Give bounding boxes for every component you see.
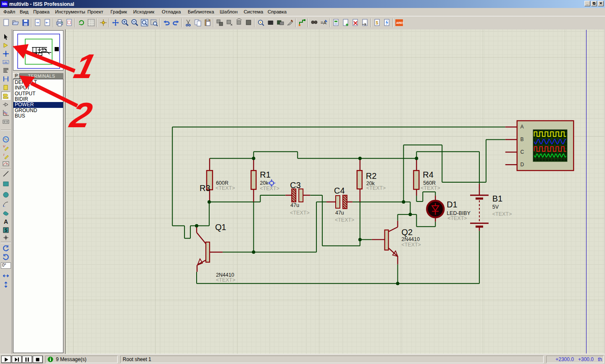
virtual-instrument-mode-button[interactable] (1, 160, 11, 168)
zoom-in-button[interactable] (120, 18, 130, 28)
box-2d-mode-button[interactable] (1, 180, 11, 188)
object-selector-list[interactable]: DEFAULTINPUTOUTPUTBIDIRPOWERGROUNDBUS (13, 79, 63, 353)
menu-11[interactable]: Справка (268, 9, 287, 14)
coordinate-display[interactable]: +2300.0 +300.0 th (546, 356, 604, 363)
flip-horizontal-button[interactable] (1, 272, 11, 280)
menu-0[interactable]: Файл (3, 9, 15, 14)
minimize-button[interactable]: _ (584, 1, 590, 6)
tape-recorder-mode-button[interactable] (1, 118, 11, 126)
subcircuit-mode-button[interactable] (1, 83, 11, 92)
led-D1[interactable] (427, 201, 444, 217)
menu-9[interactable]: Шаблон (220, 9, 238, 14)
zoom-all-button[interactable] (139, 18, 149, 28)
schematic-canvas[interactable]: ABCDR3600R<TEXT>R120k<TEXT>C347u<TEXT>C4… (66, 29, 604, 354)
selection-mode-button[interactable] (1, 33, 11, 41)
pick-devices-button[interactable]: P (13, 73, 20, 79)
goto-sheet-button[interactable] (360, 18, 370, 28)
terminal-option-power[interactable]: POWER (13, 102, 63, 107)
property-assign-button[interactable]: =A (319, 18, 329, 28)
voltage-probe-mode-button[interactable]: V (1, 144, 11, 152)
print-button[interactable] (55, 18, 64, 28)
block-delete-button[interactable] (244, 18, 253, 28)
overview-panel[interactable] (13, 30, 63, 71)
search-tag-button[interactable] (309, 18, 319, 28)
block-copy-button[interactable] (215, 18, 224, 28)
menu-4[interactable]: Проект (87, 9, 103, 14)
current-probe-mode-button[interactable]: I (1, 152, 11, 160)
menu-8[interactable]: Библиотека (188, 9, 214, 14)
refresh-button[interactable] (76, 18, 86, 28)
device-pin-mode-button[interactable] (1, 100, 11, 109)
line-2d-mode-button[interactable] (1, 170, 11, 178)
terminal-option-input[interactable]: INPUT (13, 85, 63, 91)
menu-5[interactable]: График (110, 9, 127, 14)
block-rotate-button[interactable] (234, 18, 244, 28)
buses-mode-button[interactable] (1, 75, 11, 83)
rotation-angle-input[interactable]: 0° (1, 262, 11, 269)
pause-simulation-button[interactable] (22, 356, 32, 363)
arc-2d-mode-button[interactable] (1, 200, 11, 209)
import-button[interactable] (33, 18, 42, 28)
menu-3[interactable]: Инструменты (55, 9, 85, 14)
terminal-option-bidir[interactable]: BIDIR (13, 97, 63, 102)
stop-simulation-button[interactable] (33, 356, 43, 363)
wire-autorouter-button[interactable] (297, 18, 307, 28)
electrical-check-button[interactable] (382, 18, 392, 28)
play-simulation-button[interactable] (1, 356, 11, 363)
mark-print-area-button[interactable] (64, 18, 74, 28)
terminal-option-output[interactable]: OUTPUT (13, 91, 63, 97)
resistor-R2[interactable] (357, 170, 362, 189)
new-sheet-button[interactable] (341, 18, 350, 28)
circle-2d-mode-button[interactable] (1, 191, 11, 199)
capacitor-C3-plate[interactable] (299, 189, 303, 202)
menu-7[interactable]: Отладка (162, 9, 181, 14)
rotate-cw-button[interactable] (1, 244, 11, 252)
packaging-button[interactable] (275, 18, 285, 28)
decompose-button[interactable] (285, 18, 295, 28)
transistor-bar-Q1[interactable] (206, 242, 210, 262)
path-2d-mode-button[interactable] (1, 209, 11, 217)
terminal-option-ground[interactable]: GROUND (13, 108, 63, 113)
zoom-out-button[interactable] (130, 18, 139, 28)
component-mode-button[interactable] (1, 41, 11, 50)
symbol-2d-mode-button[interactable]: S (1, 226, 11, 234)
remove-sheet-button[interactable] (350, 18, 360, 28)
copy-button[interactable] (193, 18, 203, 28)
sheet-indicator[interactable]: Root sheet 1 (120, 356, 544, 363)
redo-button[interactable] (171, 18, 181, 28)
step-simulation-button[interactable] (12, 356, 22, 363)
menu-1[interactable]: Вид (20, 9, 29, 14)
pick-part-button[interactable] (256, 18, 266, 28)
block-move-button[interactable] (224, 18, 234, 28)
close-button[interactable]: ✕ (598, 1, 604, 6)
menu-6[interactable]: Исходник (133, 9, 154, 14)
undo-button[interactable] (161, 18, 171, 28)
restore-button[interactable]: ⧉ (591, 1, 597, 6)
marker-2d-mode-button[interactable] (1, 233, 11, 242)
paste-button[interactable] (203, 18, 212, 28)
title-bar[interactable]: isis multivib - ISIS Professional _ ⧉ ✕ (0, 0, 605, 8)
terminal-mode-button[interactable] (1, 92, 11, 100)
resistor-R3[interactable] (207, 170, 213, 190)
capacitor-C3-plate[interactable] (292, 189, 296, 202)
junction-dot-mode-button[interactable] (1, 50, 11, 58)
open-button[interactable] (11, 18, 21, 28)
resistor-R4[interactable] (413, 170, 419, 189)
text-2d-mode-button[interactable]: A (1, 217, 11, 226)
save-button[interactable] (21, 18, 30, 28)
transistor-bar-Q2[interactable] (385, 230, 389, 250)
terminal-option-default[interactable]: DEFAULT (13, 80, 63, 85)
capacitor-C4-plate[interactable] (343, 195, 347, 209)
zoom-area-button[interactable] (149, 18, 159, 28)
make-device-button[interactable] (266, 18, 275, 28)
export-button[interactable] (42, 18, 52, 28)
toggle-grid-button[interactable] (86, 18, 96, 28)
terminal-option-bus[interactable]: BUS (13, 113, 63, 119)
generator-mode-button[interactable] (1, 135, 11, 144)
capacitor-C4-plate[interactable] (336, 196, 340, 208)
oscilloscope[interactable] (517, 121, 574, 171)
new-button[interactable] (1, 18, 11, 28)
netlist-ares-button[interactable]: ARES (394, 18, 404, 28)
menu-10[interactable]: Система (244, 9, 263, 14)
origin-button[interactable] (98, 18, 108, 28)
